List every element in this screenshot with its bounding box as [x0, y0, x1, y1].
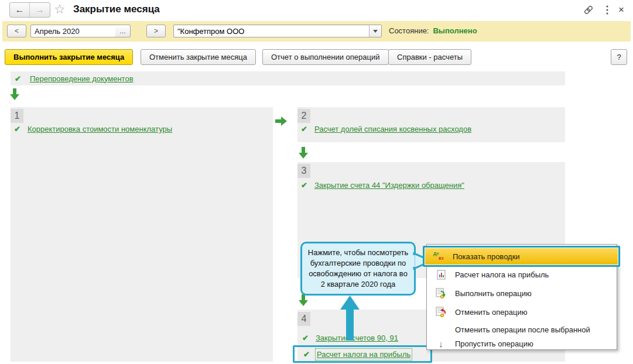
menu-item-label: Показать проводки — [453, 252, 520, 261]
execute-operation-icon — [435, 288, 447, 298]
dt-kt-icon: Дт Кт — [433, 251, 444, 262]
flow-arrow-down-icon — [10, 88, 19, 101]
previous-period-button[interactable]: < — [7, 25, 26, 37]
certificates-calculations-button[interactable]: Справки - расчеты — [388, 49, 471, 65]
cancel-operation-icon — [435, 307, 447, 317]
menu-item-income-tax-calculation[interactable]: Расчет налога на прибыль — [427, 267, 617, 282]
menu-item-label: Отменить операции после выбранной — [455, 325, 590, 334]
next-period-button[interactable]: > — [146, 25, 166, 37]
more-menu-icon[interactable] — [601, 4, 614, 16]
tooltip-text: Нажмите, чтобы посмотреть бухгалтерские … — [308, 248, 408, 289]
flow-arrow-down-icon — [299, 294, 308, 307]
step2-panel: 2 ✔ Расчет долей списания косвенных расх… — [297, 107, 565, 142]
organization-field[interactable] — [173, 25, 382, 37]
context-menu: Дт Кт Показать проводки Расчет налога на… — [426, 244, 617, 350]
close-icon[interactable]: × — [615, 4, 628, 16]
operation-link-income-tax-calculation[interactable]: Расчет налога на прибыль — [317, 350, 410, 359]
menu-item-label: Выполнить операцию — [455, 289, 532, 298]
reposting-documents-link[interactable]: Перепроведение документов — [30, 74, 134, 83]
step1-panel: 1 ✔ Корректировка стоимости номенклатуры — [11, 107, 273, 362]
execute-month-closing-button[interactable]: Выполнить закрытие месяца — [5, 49, 133, 65]
forward-icon[interactable]: → — [30, 3, 50, 17]
menu-item-label: Пропустить операцию — [455, 339, 533, 348]
back-icon[interactable]: ← — [10, 3, 30, 17]
no-icon — [435, 324, 447, 335]
status-label: Состояние: — [389, 26, 429, 35]
menu-item-label: Отменить операцию — [455, 308, 527, 317]
operation-link-inventory-cost-adjustment[interactable]: Корректировка стоимости номенклатуры — [28, 125, 172, 133]
month-closing-window: ← → ☆ Закрытие месяца × < ... > — [0, 0, 633, 364]
operations-report-button[interactable]: Отчет о выполнении операций — [262, 49, 389, 65]
help-button[interactable]: ? — [611, 49, 627, 65]
period-picker-button[interactable]: ... — [115, 25, 131, 37]
history-nav-group: ← → — [9, 2, 50, 18]
step2-number-badge: 2 — [297, 109, 310, 123]
status-badge: Выполнено — [433, 26, 477, 35]
cancel-month-closing-button[interactable]: Отменить закрытие месяца — [141, 49, 256, 65]
completed-check-icon: ✔ — [301, 181, 307, 189]
favorite-star-icon[interactable]: ☆ — [54, 2, 66, 17]
step1-number-badge: 1 — [11, 109, 23, 123]
organization-combo — [173, 25, 382, 37]
operation-link-indirect-expenses-shares[interactable]: Расчет долей списания косвенных расходов — [314, 125, 471, 133]
menu-item-execute-operation[interactable]: Выполнить операцию — [427, 286, 617, 301]
skip-operation-icon: ↓ — [435, 338, 447, 349]
operation-link-account44-closing[interactable]: Закрытие счета 44 "Издержки обращения" — [314, 181, 464, 190]
status-area: Состояние: Выполнено — [389, 26, 477, 35]
menu-item-label: Расчет налога на прибыль — [455, 270, 549, 279]
highlighted-operation-income-tax: ✔ Расчет налога на прибыль — [293, 345, 432, 363]
completed-check-icon: ✔ — [303, 351, 310, 358]
callout-pointer-arrow-icon — [340, 296, 360, 341]
page-title: Закрытие месяца — [73, 4, 160, 15]
tooltip-callout: Нажмите, чтобы посмотреть бухгалтерские … — [300, 242, 416, 296]
actions-row: Выполнить закрытие месяца Отменить закры… — [0, 49, 633, 66]
flow-arrow-down-icon — [299, 147, 308, 159]
organization-dropdown-icon[interactable] — [369, 25, 381, 37]
menu-item-cancel-operation[interactable]: Отменить операцию — [427, 304, 617, 320]
reposting-bar: ✔ Перепроведение документов — [11, 71, 565, 85]
filter-bar: < ... > Состояние: Выполнено — [2, 21, 631, 42]
completed-check-icon: ✔ — [14, 125, 20, 133]
report-icon — [435, 269, 447, 280]
link-icon[interactable] — [582, 4, 595, 16]
title-bar: ← → ☆ Закрытие месяца × — [0, 0, 633, 20]
menu-item-skip-operation[interactable]: ↓ Пропустить операцию — [427, 336, 617, 351]
step3-number-badge: 3 — [297, 164, 310, 178]
completed-check-icon: ✔ — [15, 75, 21, 83]
flow-arrow-right-icon — [275, 116, 288, 126]
step4-number-badge: 4 — [297, 312, 310, 326]
completed-check-icon: ✔ — [301, 125, 307, 133]
completed-check-icon: ✔ — [302, 334, 309, 342]
menu-item-show-postings[interactable]: Дт Кт Показать проводки — [423, 246, 620, 267]
period-field[interactable] — [30, 25, 116, 37]
menu-item-cancel-operations-after-selected[interactable]: Отменить операции после выбранной — [427, 322, 617, 337]
